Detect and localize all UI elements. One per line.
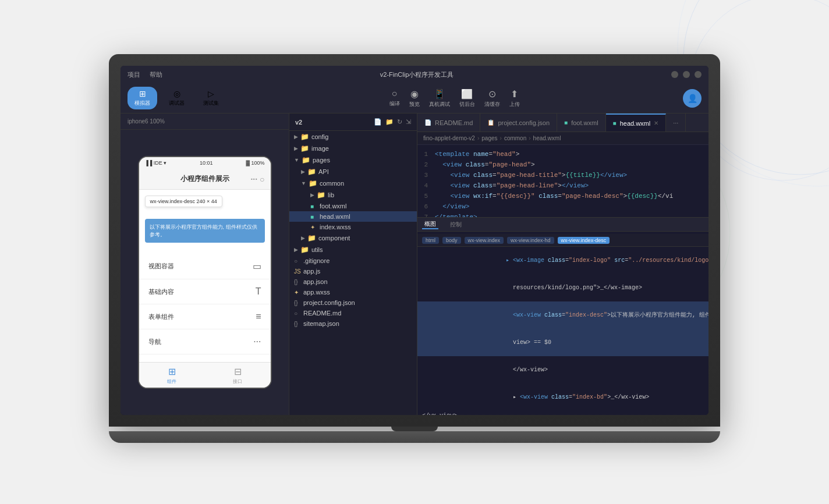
tree-item-component[interactable]: ▶ 📁 component xyxy=(289,232,417,244)
tree-item-utils[interactable]: ▶ 📁 utils xyxy=(289,244,417,255)
view-container-label: 视图容器 xyxy=(148,262,174,271)
testset-button[interactable]: ▷ 测试集 xyxy=(196,87,226,109)
menu-item-basic-content[interactable]: 基础内容 T xyxy=(139,279,271,304)
breadcrumb-item-file[interactable]: head.wxml xyxy=(533,135,561,141)
simulator-label: 模拟器 xyxy=(134,100,150,107)
devtools-tab-control[interactable]: 控制 xyxy=(448,221,464,229)
minimize-button[interactable] xyxy=(671,71,678,78)
tree-item-pages[interactable]: ▼ 📁 pages xyxy=(289,154,417,166)
phone-bottom-nav: ⊞ 组件 ⊟ 接口 xyxy=(139,362,271,388)
breadcrumb-wx-view-index[interactable]: wx-view.index xyxy=(465,237,504,244)
wxss-file-icon: ✦ xyxy=(294,289,301,296)
laptop-notch xyxy=(391,427,438,431)
collapse-icon[interactable]: ⇲ xyxy=(406,118,411,126)
tree-item-index-wxss[interactable]: ✦ index.wxss xyxy=(289,222,417,232)
tree-item-sitemap[interactable]: {} sitemap.json xyxy=(289,318,417,329)
tree-item-app-json[interactable]: {} app.json xyxy=(289,276,417,287)
toolbar: ⊞ 模拟器 ◎ 调试器 ▷ 测试集 xyxy=(121,83,708,113)
breadcrumb-item-pages[interactable]: pages xyxy=(481,135,497,141)
compile-label: 编译 xyxy=(389,100,400,108)
new-folder-icon[interactable]: 📁 xyxy=(385,118,394,126)
html-line-7: </wx-view> xyxy=(417,411,708,415)
tree-item-gitignore[interactable]: ○ .gitignore xyxy=(289,255,417,266)
phone-status-bar: ▐▐ IDE ▾ 10:01 ▓ 100% xyxy=(139,157,271,169)
upload-tool[interactable]: ⬆ 上传 xyxy=(509,88,520,108)
tree-item-config[interactable]: ▶ 📁 config xyxy=(289,131,417,143)
folder-icon: 📁 xyxy=(317,191,325,199)
breadcrumb-html[interactable]: html xyxy=(422,237,439,244)
tree-item-readme[interactable]: ○ README.md xyxy=(289,308,417,318)
project-config-tab-icon: 📋 xyxy=(487,119,494,126)
app-window: 项目 帮助 v2-FinClip小程序开发工具 xyxy=(121,66,708,415)
devtools-html: html body wx-view.index wx-view.index-hd… xyxy=(417,232,708,415)
new-file-icon[interactable]: 📄 xyxy=(374,118,382,126)
tab-more[interactable]: ··· xyxy=(666,113,686,132)
item-label: project.config.json xyxy=(303,299,355,306)
close-button[interactable] xyxy=(695,71,702,78)
item-label: utils xyxy=(311,246,323,253)
refresh-icon[interactable]: ↻ xyxy=(397,118,402,126)
tree-item-app-wxss[interactable]: ✦ app.wxss xyxy=(289,287,417,297)
tab-project-config[interactable]: 📋 project.config.json xyxy=(480,113,557,132)
breadcrumb-item-common[interactable]: common xyxy=(504,135,526,141)
devtools-tab-overview[interactable]: 概图 xyxy=(422,220,438,229)
json-file-icon: {} xyxy=(294,321,301,327)
file-icon: ○ xyxy=(294,258,301,264)
maximize-button[interactable] xyxy=(683,71,690,78)
close-tab-icon[interactable]: ✕ xyxy=(654,120,658,126)
tree-item-project-config[interactable]: {} project.config.json xyxy=(289,297,417,308)
json-file-icon: {} xyxy=(294,279,301,285)
menu-item-form[interactable]: 表单组件 ≡ xyxy=(139,304,271,329)
folder-icon: 📁 xyxy=(300,246,309,254)
file-panel-title: v2 xyxy=(295,119,302,126)
debugger-button[interactable]: ◎ 调试器 xyxy=(162,87,192,109)
readme-tab-label: README.md xyxy=(435,119,473,126)
laptop-screen: 项目 帮助 v2-FinClip小程序开发工具 xyxy=(121,66,708,415)
bottom-nav-components[interactable]: ⊞ 组件 xyxy=(167,366,176,385)
menu-item-view-container[interactable]: 视图容器 ▭ xyxy=(139,254,271,279)
tree-item-head-wxml[interactable]: ■ head.wxml xyxy=(289,211,417,222)
tab-head-wxml[interactable]: ■ head.wxml ✕ xyxy=(606,113,667,132)
breadcrumb-item-root[interactable]: fino-applet-demo-v2 xyxy=(423,135,475,141)
line-code: </template> xyxy=(435,212,708,217)
wxss-file-icon: ✦ xyxy=(310,224,317,230)
tree-item-image[interactable]: ▶ 📁 image xyxy=(289,143,417,154)
breadcrumb-wx-view-hd[interactable]: wx-view.index-hd xyxy=(507,237,554,244)
tree-item-app-js[interactable]: JS app.js xyxy=(289,266,417,276)
bottom-nav-api[interactable]: ⊟ 接口 xyxy=(233,366,242,385)
expand-arrow: ▼ xyxy=(301,180,306,186)
folder-icon: 📁 xyxy=(307,168,316,176)
tree-item-lib[interactable]: ▶ 📁 lib xyxy=(289,189,417,201)
line-number: 4 xyxy=(417,181,435,191)
tree-item-foot-wxml[interactable]: ■ foot.wxml xyxy=(289,201,417,211)
line-code: <view class="page-head-title">{{title}}<… xyxy=(435,171,708,181)
simulator-button[interactable]: ⊞ 模拟器 xyxy=(127,87,157,109)
menu-item-project[interactable]: 项目 xyxy=(127,70,140,79)
folder-icon: 📁 xyxy=(300,133,309,141)
breadcrumb-wx-view-desc[interactable]: wx-view.index-desc xyxy=(558,237,610,244)
debugger-label: 调试器 xyxy=(169,100,185,107)
nav-icon: ··· xyxy=(253,336,261,347)
compile-icon: ○ xyxy=(392,88,398,99)
code-line-7: 7 </template> xyxy=(417,212,708,217)
real-device-tool[interactable]: 📱 真机调试 xyxy=(429,88,450,108)
menu-item-help[interactable]: 帮助 xyxy=(150,70,162,79)
breadcrumb-sep-1: › xyxy=(477,135,479,141)
clear-cache-tool[interactable]: ⊙ 清缓存 xyxy=(484,88,500,108)
menu-item-nav[interactable]: 导航 ··· xyxy=(139,329,271,354)
preview-tool[interactable]: ◉ 预览 xyxy=(409,88,420,108)
devtools-content: html body wx-view.index wx-view.index-hd… xyxy=(417,232,708,415)
nav-dots[interactable]: ··· ○ xyxy=(250,175,264,184)
signal-info: ▐▐ IDE ▾ xyxy=(145,160,167,166)
code-line-1: 1 <template name="head"> xyxy=(417,150,708,160)
app-title: v2-FinClip小程序开发工具 xyxy=(380,70,454,79)
compile-tool[interactable]: ○ 编译 xyxy=(389,88,400,108)
background-tool[interactable]: ⬜ 切后台 xyxy=(459,88,475,108)
tab-readme[interactable]: 📄 README.md xyxy=(417,113,480,132)
tree-item-common[interactable]: ▼ 📁 common xyxy=(289,178,417,189)
tree-item-api[interactable]: ▶ 📁 API xyxy=(289,166,417,178)
user-avatar[interactable]: 👤 xyxy=(683,89,702,108)
breadcrumb-body[interactable]: body xyxy=(442,237,461,244)
tab-foot-wxml[interactable]: ■ foot.wxml xyxy=(557,113,606,132)
title-bar-left: 项目 帮助 xyxy=(127,70,162,79)
